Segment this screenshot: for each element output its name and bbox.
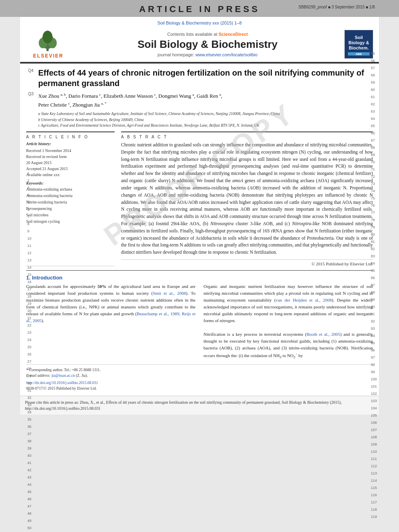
q4-marker: Q4 bbox=[28, 68, 33, 73]
article-info-column: A R T I C L E I N F O Article history: R… bbox=[26, 131, 115, 266]
keyword-5: Soil microbes bbox=[26, 212, 115, 218]
email-line: E-mail address: jia@issas.ac.cn (Z. Jia)… bbox=[26, 373, 373, 378]
authors-line: Xue Zhou a, b, Dario Fornara c, Elizabet… bbox=[38, 92, 373, 109]
author-zhongjun-jia: Zhongjun Jia a, * bbox=[72, 102, 107, 108]
received-date: Received 1 November 2014 bbox=[26, 148, 115, 154]
citation-footer: Please cite this article in press as: Zh… bbox=[20, 396, 379, 415]
keyword-6: Soil nitrogen cycling bbox=[26, 218, 115, 225]
dominated-word: dominated bbox=[334, 221, 354, 226]
email-link[interactable]: jia@issas.ac.cn bbox=[51, 374, 75, 378]
svg-text:SBB: SBB bbox=[356, 53, 362, 55]
elsevier-label: ELSEVIER bbox=[33, 53, 63, 59]
journal-header-middle: ELSEVIER Contents lists available at Sci… bbox=[20, 27, 379, 62]
keyword-3: Nitrite-oxidizing bacteria bbox=[26, 199, 115, 205]
accepted-date: Accepted 21 August 2015 bbox=[26, 166, 115, 172]
keywords-label: Keywords: bbox=[26, 181, 115, 185]
svg-point-4 bbox=[43, 31, 53, 43]
affiliation-a: a State Key Laboratory of Soil and Susta… bbox=[38, 111, 373, 117]
line-numbers-left: 1234567891011121314151617181920212223242… bbox=[27, 170, 31, 532]
journal-title-center: Contents lists available at ScienceDirec… bbox=[72, 32, 343, 57]
doi-link[interactable]: http://dx.doi.org/10.1016/j.soilbio.2015… bbox=[26, 381, 98, 385]
intro-col-left: Grasslands account for approximately 50%… bbox=[26, 283, 195, 360]
article-title-section: Q4 Effects of 44 years of chronic nitrog… bbox=[26, 68, 373, 88]
svg-text:Biology &: Biology & bbox=[348, 40, 369, 45]
copyright-line: © 2015 Published by Elsevier Ltd. bbox=[121, 259, 373, 266]
vanderheijden-ref[interactable]: van der Heijden et al., 2008 bbox=[276, 298, 331, 302]
journal-homepage: journal homepage: www.elsevier.com/locat… bbox=[72, 52, 343, 57]
footnote-area: * Corresponding author. Tel.: +86 25 868… bbox=[26, 364, 373, 392]
author-elizabeth-wasson: Elizabeth Anne Wasson c bbox=[103, 93, 156, 99]
smit-ref[interactable]: Smit et al., 2008 bbox=[153, 291, 186, 296]
doi-line: http://dx.doi.org/10.1016/j.soilbio.2015… bbox=[26, 380, 373, 386]
booth-ref[interactable]: Booth et al., 2005 bbox=[306, 332, 340, 337]
author-dario-fornara: Dario Fornara c bbox=[68, 93, 101, 99]
sciencedirect-link[interactable]: ScienceDirect bbox=[219, 32, 248, 37]
corresponding-author: * Corresponding author. Tel.: +86 25 868… bbox=[26, 367, 373, 373]
received-revised-label: Received in revised form bbox=[26, 154, 115, 160]
journal-title: Soil Biology & Biochemistry bbox=[72, 38, 343, 51]
authors-section: Q3 Xue Zhou a, b, Dario Fornara c, Eliza… bbox=[26, 92, 373, 109]
affiliation-c: c Agriculture, Food and Environmental Sc… bbox=[38, 123, 373, 128]
citation-footer-text: Please cite this article in press as: Zh… bbox=[25, 400, 341, 411]
keyword-4: Pyrosequencing bbox=[26, 205, 115, 212]
abstract-text: Chronic nutrient addition to grassland s… bbox=[121, 142, 373, 256]
journal-header-top: Soil Biology & Biochemistry xxx (2015) 1… bbox=[20, 19, 379, 27]
contents-available: Contents lists available at ScienceDirec… bbox=[72, 32, 343, 37]
article-meta: SBB6299_proof ■ 3 September 2015 ■ 1/8 bbox=[298, 5, 375, 9]
keyword-2: Ammonia-oxidizing bacteria bbox=[26, 193, 115, 199]
line-numbers-right: 5556575859606162636465666768697071727374… bbox=[371, 50, 377, 520]
author-xue-zhou: Xue Zhou a, b bbox=[38, 93, 66, 99]
article-in-press-banner: ARTICLE IN PRESS SBB6299_proof ■ 3 Septe… bbox=[0, 0, 399, 17]
journal-citation: Soil Biology & Biochemistry xxx (2015) 1… bbox=[157, 21, 242, 25]
available-online: Available online xxx bbox=[26, 172, 115, 178]
elsevier-tree-icon bbox=[34, 30, 62, 52]
elsevier-logo-box: ELSEVIER bbox=[24, 30, 72, 59]
svg-text:Soil: Soil bbox=[355, 35, 363, 40]
author-dongmei-wang: Dongmei Wang a bbox=[158, 93, 194, 99]
article-body: Q4 Effects of 44 years of chronic nitrog… bbox=[20, 63, 379, 396]
homepage-url[interactable]: www.elsevier.com/locate/soilbio bbox=[195, 52, 257, 57]
q3-marker: Q3 bbox=[28, 92, 33, 96]
section-divider bbox=[26, 270, 373, 271]
intro-heading: 1. Introduction bbox=[26, 275, 373, 281]
beauchamp-ref[interactable]: Beauchamp et al., 1989; Reijs et al., 20… bbox=[26, 311, 195, 323]
affiliations: a State Key Laboratory of Soil and Susta… bbox=[26, 111, 373, 128]
journal-logo-box: Soil Biology & Biochem. SBB bbox=[343, 30, 375, 59]
svg-text:Biochem.: Biochem. bbox=[349, 45, 369, 50]
issn-line: 0038-0717/© 2015 Published by Elsevier L… bbox=[26, 386, 373, 391]
abstract-label: A B S T R A C T bbox=[121, 135, 373, 139]
journal-logo-image: Soil Biology & Biochem. SBB bbox=[344, 30, 373, 59]
abstract-column: A B S T R A C T Chronic nutrient additio… bbox=[121, 131, 373, 266]
revised-date: 20 August 2015 bbox=[26, 160, 115, 166]
affiliation-b: b University of Chinese Academy of Scien… bbox=[38, 117, 373, 123]
article-title: Effects of 44 years of chronic nitrogen … bbox=[38, 68, 373, 88]
paper-wrapper: PROOF COPY 12345678910111213141516171819… bbox=[20, 17, 379, 396]
author-gaidi-ren: Gaidi Ren a bbox=[197, 93, 221, 99]
journal-header: Soil Biology & Biochemistry xxx (2015) 1… bbox=[20, 17, 379, 63]
introduction-section: 1. Introduction Grasslands account for a… bbox=[26, 275, 373, 360]
article-in-press-title: ARTICLE IN PRESS bbox=[139, 4, 260, 14]
intro-two-col: Grasslands account for approximately 50%… bbox=[26, 283, 373, 360]
keyword-1: Ammonia-oxidizing archaea bbox=[26, 186, 115, 193]
article-history-label: Article history: bbox=[26, 142, 115, 146]
author-peter-christie: Peter Christie c bbox=[38, 102, 70, 108]
article-info-label: A R T I C L E I N F O bbox=[26, 135, 115, 139]
two-col-info-abstract: A R T I C L E I N F O Article history: R… bbox=[26, 131, 373, 266]
intro-col-right: Organic and inorganic nutrient fertiliza… bbox=[204, 283, 373, 360]
